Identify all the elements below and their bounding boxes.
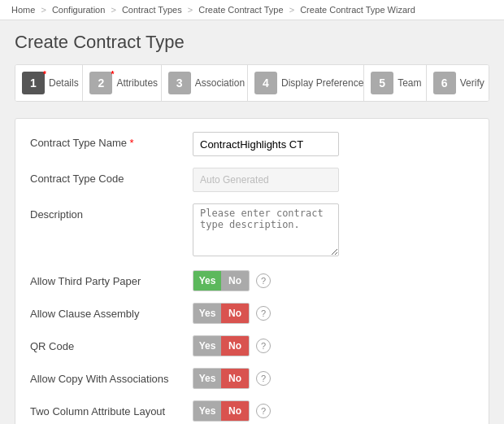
contract-type-code-label: Contract Type Code [30, 168, 193, 185]
toggle-no-option[interactable]: No [221, 336, 249, 356]
wizard-step-6[interactable]: 6 Verify [427, 65, 489, 101]
step-1-asterisk: * [43, 70, 46, 79]
step-2-asterisk: * [111, 70, 115, 79]
allow-third-party-label: Allow Third Party Paper [30, 270, 193, 287]
step-6-number: 6 [441, 76, 448, 90]
wizard-step-4[interactable]: 4 Display Preference [248, 65, 364, 101]
step-2-number: 2 [98, 76, 105, 90]
qr-code-toggle-container: Yes No ? [193, 335, 474, 356]
form-section: Contract Type Name * Contract Type Code … [15, 118, 489, 424]
description-row: Description [30, 203, 474, 259]
step-4-label: Display Preference [281, 77, 363, 89]
two-column-control: Yes No ? [193, 400, 474, 422]
auto-generated-value: Auto Generated [193, 168, 339, 192]
toggle-no-option[interactable]: No [221, 304, 249, 323]
allow-third-party-help-icon[interactable]: ? [256, 273, 271, 288]
allow-copy-row: Allow Copy With Associations Yes No ? [30, 368, 474, 389]
wizard-steps: 1 * Details 2 * Attributes 3 Association… [15, 64, 489, 102]
wizard-step-1[interactable]: 1 * Details [15, 65, 83, 101]
two-column-label: Two Column Attribute Layout [30, 400, 193, 417]
description-input[interactable] [193, 203, 339, 256]
qr-code-control: Yes No ? [193, 335, 474, 356]
breadcrumb: Home > Configuration > Contract Types > … [0, 0, 504, 20]
breadcrumb-home[interactable]: Home [11, 5, 35, 15]
allow-third-party-row: Allow Third Party Paper Yes No ? [30, 270, 474, 291]
allow-third-party-toggle[interactable]: Yes No [193, 270, 250, 291]
contract-type-name-input[interactable] [193, 132, 339, 156]
contract-type-name-control [193, 132, 474, 156]
description-control [193, 203, 474, 259]
breadcrumb-contract-types[interactable]: Contract Types [122, 5, 182, 15]
two-column-toggle-container: Yes No ? [193, 400, 474, 422]
toggle-no-option[interactable]: No [221, 401, 249, 421]
toggle-yes-option[interactable]: Yes [193, 271, 221, 291]
wizard-step-5[interactable]: 5 Team [364, 65, 427, 101]
two-column-toggle[interactable]: Yes No [193, 400, 250, 422]
allow-copy-help-icon[interactable]: ? [256, 371, 271, 386]
allow-copy-label: Allow Copy With Associations [30, 368, 193, 385]
allow-copy-toggle-container: Yes No ? [193, 368, 474, 389]
page-title: Create Contract Type [15, 32, 489, 53]
toggle-yes-option[interactable]: Yes [193, 401, 221, 421]
allow-clause-toggle-container: Yes No ? [193, 303, 474, 324]
two-column-help-icon[interactable]: ? [256, 404, 271, 418]
step-2-label: Attributes [116, 77, 158, 89]
breadcrumb-create-contract-type[interactable]: Create Contract Type [198, 5, 283, 15]
step-5-label: Team [398, 77, 421, 89]
contract-type-code-row: Contract Type Code Auto Generated [30, 168, 474, 192]
step-4-number: 4 [263, 76, 269, 90]
description-label: Description [30, 203, 193, 221]
step-1-number: 1 [30, 76, 37, 90]
allow-clause-control: Yes No ? [193, 303, 474, 324]
step-3-label: Association [195, 77, 245, 89]
toggle-yes-option[interactable]: Yes [193, 369, 221, 388]
step-6-label: Verify [460, 77, 484, 89]
allow-third-party-toggle-container: Yes No ? [193, 270, 474, 291]
qr-code-help-icon[interactable]: ? [256, 339, 271, 353]
two-column-row: Two Column Attribute Layout Yes No ? [30, 400, 474, 422]
step-3-number: 3 [176, 76, 183, 90]
qr-code-toggle[interactable]: Yes No [193, 335, 250, 356]
allow-copy-control: Yes No ? [193, 368, 474, 389]
step-1-label: Details [49, 77, 79, 89]
contract-type-name-label: Contract Type Name * [30, 132, 193, 149]
wizard-step-3[interactable]: 3 Association [162, 65, 248, 101]
allow-clause-label: Allow Clause Assembly [30, 303, 193, 320]
allow-third-party-control: Yes No ? [193, 270, 474, 291]
toggle-yes-option[interactable]: Yes [193, 304, 221, 323]
qr-code-row: QR Code Yes No ? [30, 335, 474, 356]
wizard-step-2[interactable]: 2 * Attributes [83, 65, 161, 101]
breadcrumb-configuration[interactable]: Configuration [52, 5, 105, 15]
toggle-no-option[interactable]: No [221, 271, 249, 291]
toggle-no-option[interactable]: No [221, 369, 249, 388]
allow-clause-row: Allow Clause Assembly Yes No ? [30, 303, 474, 324]
step-5-number: 5 [379, 76, 385, 90]
qr-code-label: QR Code [30, 335, 193, 352]
allow-clause-toggle[interactable]: Yes No [193, 303, 250, 324]
breadcrumb-wizard: Create Contract Type Wizard [300, 5, 415, 15]
contract-type-code-control: Auto Generated [193, 168, 474, 192]
allow-copy-toggle[interactable]: Yes No [193, 368, 250, 389]
contract-type-name-row: Contract Type Name * [30, 132, 474, 156]
allow-clause-help-icon[interactable]: ? [256, 306, 271, 321]
toggle-yes-option[interactable]: Yes [193, 336, 221, 356]
